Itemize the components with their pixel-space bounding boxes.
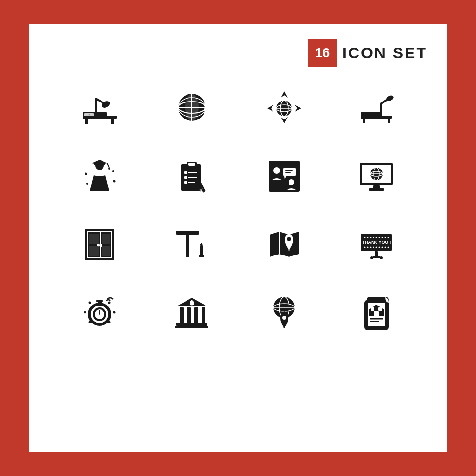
svg-rect-72 <box>102 234 110 244</box>
svg-point-95 <box>388 237 389 238</box>
svg-rect-4 <box>95 99 97 113</box>
svg-point-92 <box>379 237 380 238</box>
header: 16 ICON SET <box>49 39 427 67</box>
svg-point-37 <box>86 183 88 185</box>
stopwatch-icon <box>58 286 141 339</box>
svg-rect-41 <box>188 163 195 166</box>
svg-point-109 <box>89 302 91 304</box>
svg-rect-121 <box>96 300 103 302</box>
svg-point-102 <box>382 247 383 248</box>
svg-rect-137 <box>371 307 374 311</box>
svg-point-107 <box>370 256 373 259</box>
svg-rect-126 <box>202 307 205 323</box>
svg-point-90 <box>373 237 374 238</box>
svg-point-103 <box>385 247 386 248</box>
svg-point-88 <box>367 237 369 238</box>
svg-point-34 <box>108 168 110 170</box>
icon-grid: THANK YOU ! <box>49 77 427 344</box>
typography-icon <box>151 218 233 271</box>
svg-rect-24 <box>363 119 365 123</box>
svg-rect-71 <box>89 234 99 244</box>
svg-point-133 <box>282 316 286 320</box>
svg-rect-59 <box>373 185 380 189</box>
svg-rect-77 <box>200 245 203 256</box>
svg-point-99 <box>373 247 374 248</box>
svg-rect-138 <box>378 307 382 311</box>
globe-compass-icon <box>243 82 325 135</box>
svg-point-114 <box>108 302 111 304</box>
desk-lamp2-icon <box>335 82 418 135</box>
svg-point-101 <box>379 247 380 248</box>
svg-point-110 <box>84 311 86 314</box>
main-card: 16 ICON SET <box>29 24 447 452</box>
svg-point-96 <box>364 247 366 248</box>
svg-point-98 <box>370 247 372 248</box>
svg-point-87 <box>364 237 366 238</box>
svg-point-94 <box>385 237 386 238</box>
svg-point-100 <box>376 247 377 248</box>
svg-rect-26 <box>361 112 382 116</box>
svg-rect-52 <box>283 168 296 176</box>
thank-you-sign-icon: THANK YOU ! <box>335 218 418 271</box>
svg-rect-27 <box>380 103 382 116</box>
svg-marker-78 <box>199 243 203 245</box>
svg-marker-15 <box>281 91 288 98</box>
svg-marker-16 <box>281 117 288 123</box>
svg-rect-1 <box>85 119 88 124</box>
svg-rect-60 <box>369 188 384 191</box>
svg-rect-45 <box>188 177 197 178</box>
svg-point-56 <box>289 179 294 185</box>
svg-point-113 <box>113 311 116 314</box>
svg-rect-140 <box>370 321 379 322</box>
desk-lamp-icon <box>58 82 141 135</box>
svg-point-84 <box>287 237 291 241</box>
svg-marker-18 <box>295 105 301 112</box>
svg-rect-73 <box>89 246 99 256</box>
svg-rect-42 <box>184 171 187 174</box>
svg-point-108 <box>380 256 383 259</box>
svg-rect-25 <box>388 119 390 123</box>
map-pin-icon <box>243 218 325 271</box>
svg-rect-136 <box>374 311 379 316</box>
door-icon <box>58 218 141 271</box>
monitor-globe-icon <box>335 150 418 203</box>
svg-point-35 <box>85 173 87 175</box>
svg-rect-74 <box>102 246 110 256</box>
svg-rect-54 <box>285 170 293 171</box>
svg-rect-76 <box>186 231 189 257</box>
clipboard-checklist-icon <box>151 150 233 203</box>
icon-set-title: ICON SET <box>342 44 427 62</box>
svg-rect-46 <box>184 181 187 184</box>
svg-rect-47 <box>188 182 195 183</box>
svg-point-104 <box>388 247 389 248</box>
chat-users-icon <box>243 150 325 203</box>
svg-rect-43 <box>188 172 197 173</box>
svg-rect-127 <box>176 323 207 326</box>
svg-rect-139 <box>370 318 383 320</box>
svg-rect-123 <box>180 307 184 323</box>
house-document-icon <box>335 286 418 339</box>
svg-point-38 <box>113 180 116 183</box>
svg-line-33 <box>107 163 109 168</box>
svg-point-97 <box>367 247 369 248</box>
svg-rect-124 <box>187 307 191 323</box>
svg-rect-44 <box>184 176 187 179</box>
svg-point-93 <box>382 237 383 238</box>
svg-point-36 <box>112 170 114 172</box>
graduate-icon <box>58 150 141 203</box>
svg-rect-79 <box>199 255 204 257</box>
bank-icon <box>151 286 233 339</box>
svg-point-89 <box>370 237 372 238</box>
globe-icon <box>151 82 233 135</box>
svg-rect-2 <box>111 119 114 124</box>
svg-marker-17 <box>267 105 273 112</box>
svg-rect-125 <box>194 307 198 323</box>
svg-point-91 <box>376 237 377 238</box>
svg-point-51 <box>273 167 280 174</box>
location-globe-icon <box>243 286 325 339</box>
svg-rect-128 <box>175 326 208 328</box>
svg-text:THANK YOU !: THANK YOU ! <box>362 240 391 245</box>
svg-rect-55 <box>285 172 291 173</box>
badge-number: 16 <box>308 39 337 67</box>
svg-point-8 <box>89 114 90 116</box>
